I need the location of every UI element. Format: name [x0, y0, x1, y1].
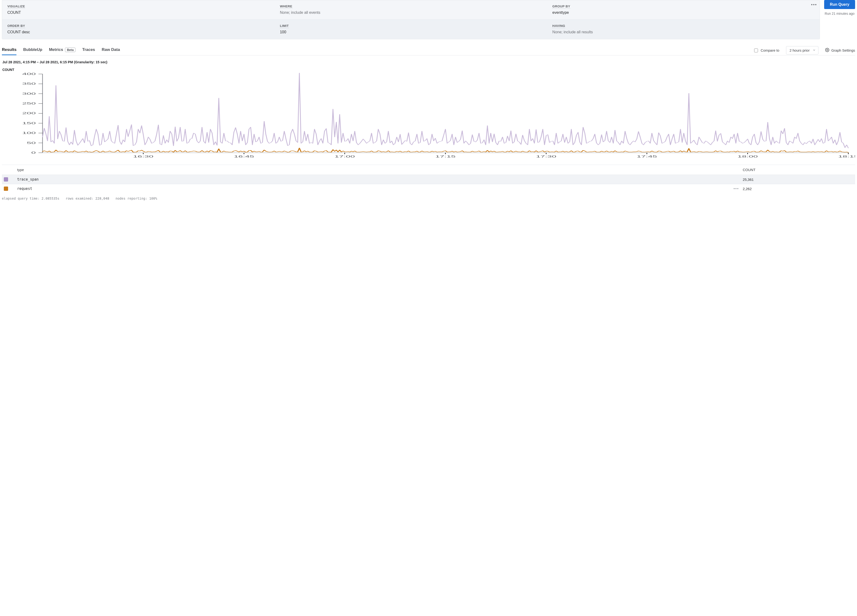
- tab-label: Results: [2, 47, 16, 52]
- svg-text:350: 350: [22, 82, 36, 85]
- svg-text:17:15: 17:15: [435, 155, 455, 158]
- tab-traces[interactable]: Traces: [82, 45, 95, 55]
- svg-text:150: 150: [22, 122, 36, 125]
- tab-label: Traces: [82, 47, 95, 52]
- results-table: type COUNT trace_span25,361request•••2,2…: [2, 165, 855, 193]
- svg-text:0: 0: [31, 151, 36, 154]
- svg-text:17:30: 17:30: [536, 155, 556, 158]
- svg-text:18:00: 18:00: [738, 155, 758, 158]
- cell-count: 2,262: [741, 184, 855, 193]
- table-header-type[interactable]: type: [15, 165, 731, 174]
- tab-badge: Beta: [65, 48, 76, 52]
- clause-value: None; include all results: [552, 30, 814, 34]
- tab-label: Raw Data: [102, 47, 120, 52]
- compare-to-selected: 2 hours prior: [790, 48, 810, 52]
- cell-type: request: [15, 184, 731, 193]
- tab-results[interactable]: Results: [2, 45, 16, 55]
- chevron-down-icon: [812, 48, 816, 52]
- svg-text:16:45: 16:45: [234, 155, 254, 158]
- status-nodes: nodes reporting: 100%: [116, 196, 157, 200]
- svg-text:200: 200: [22, 112, 36, 115]
- svg-text:16:30: 16:30: [133, 155, 153, 158]
- clause-label: LIMIT: [280, 24, 289, 28]
- query-status: elapsed query time: 2.085535s rows exami…: [2, 196, 855, 200]
- query-clause-having[interactable]: HAVINGNone; include all results: [547, 20, 820, 39]
- tab-raw-data[interactable]: Raw Data: [102, 45, 120, 55]
- run-query-button[interactable]: Run Query: [824, 0, 855, 9]
- compare-to-label: Compare to: [761, 48, 779, 52]
- clause-value: COUNT desc: [8, 30, 269, 34]
- svg-text:50: 50: [27, 141, 36, 144]
- query-clause-where[interactable]: WHERENone; include all events: [275, 0, 547, 20]
- clause-label: GROUP BY: [552, 5, 570, 9]
- tab-metrics[interactable]: MetricsBeta: [49, 45, 76, 55]
- svg-text:250: 250: [22, 102, 36, 105]
- clause-value: COUNT: [8, 11, 269, 15]
- cell-type: trace_span: [15, 175, 731, 184]
- clause-label: VISUALIZE: [8, 5, 25, 9]
- svg-text:17:00: 17:00: [334, 155, 355, 158]
- row-more-icon[interactable]: •••: [731, 184, 741, 193]
- query-builder: VISUALIZECOUNTWHERENone; include all eve…: [2, 0, 820, 39]
- run-query-subtext: Run 21 minutes ago: [825, 11, 854, 16]
- svg-text:400: 400: [22, 73, 36, 76]
- clause-value: None; include all events: [280, 11, 542, 15]
- clause-value: eventtype: [552, 11, 814, 15]
- table-row[interactable]: request•••2,262: [2, 184, 855, 193]
- chart-y-label: COUNT: [2, 68, 855, 72]
- series-swatch: [4, 187, 8, 191]
- time-range-label: Jul 28 2021, 4:15 PM – Jul 28 2021, 6:15…: [2, 60, 855, 64]
- tab-label: Metrics: [49, 47, 63, 52]
- table-row[interactable]: trace_span25,361: [2, 174, 855, 184]
- gear-icon: [825, 48, 829, 53]
- tab-bubbleup[interactable]: BubbleUp: [23, 45, 42, 55]
- table-header-count[interactable]: COUNT: [741, 165, 855, 174]
- query-clause-limit[interactable]: LIMIT100: [275, 20, 547, 39]
- clause-value: 100: [280, 30, 542, 34]
- series-swatch: [4, 177, 8, 182]
- compare-to-dropdown[interactable]: 2 hours prior: [786, 46, 818, 54]
- svg-text:18:15: 18:15: [838, 155, 855, 158]
- clause-label: HAVING: [552, 24, 565, 28]
- graph-settings-label: Graph Settings: [831, 48, 855, 52]
- results-chart[interactable]: 05010015020025030035040016:3016:4517:001…: [2, 73, 855, 159]
- svg-text:17:45: 17:45: [637, 155, 657, 158]
- svg-text:300: 300: [22, 92, 36, 95]
- row-more-icon[interactable]: [731, 177, 741, 182]
- query-clause-group-by[interactable]: GROUP BYeventtype: [547, 0, 820, 20]
- status-elapsed: elapsed query time: 2.085535s: [2, 196, 60, 200]
- tab-label: BubbleUp: [23, 47, 42, 52]
- svg-point-0: [827, 49, 828, 51]
- query-clause-order-by[interactable]: ORDER BYCOUNT desc: [2, 20, 275, 39]
- clause-label: WHERE: [280, 5, 292, 9]
- svg-text:100: 100: [22, 131, 36, 134]
- graph-settings-button[interactable]: Graph Settings: [825, 48, 855, 53]
- query-clause-visualize[interactable]: VISUALIZECOUNT: [2, 0, 275, 20]
- compare-to-checkbox[interactable]: [754, 49, 758, 52]
- cell-count: 25,361: [741, 175, 855, 184]
- query-builder-more-icon[interactable]: •••: [811, 2, 817, 8]
- status-rows: rows examined: 228,048: [66, 196, 109, 200]
- compare-to[interactable]: Compare to: [753, 48, 779, 53]
- clause-label: ORDER BY: [8, 24, 25, 28]
